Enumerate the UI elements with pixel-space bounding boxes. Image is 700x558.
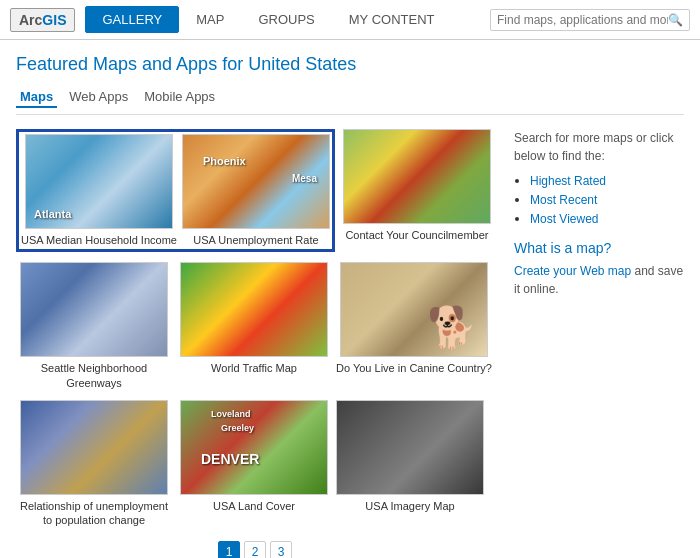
map-card-phoenix[interactable]: Phoenix Mesa USA Unemployment Rate [182, 134, 330, 247]
map-card-imagery[interactable]: USA Imagery Map [336, 400, 484, 528]
page-title: Featured Maps and Apps for United States [16, 54, 684, 75]
map-label-overlay: Atlanta [34, 208, 71, 220]
map-card-label: USA Imagery Map [365, 499, 454, 513]
sub-tabs: Maps Web Apps Mobile Apps [16, 87, 684, 115]
map-card-seattle[interactable]: Seattle Neighborhood Greenways [16, 262, 172, 390]
map-card-unemploy[interactable]: Relationship of unemployment to populati… [16, 400, 172, 528]
most-recent-link[interactable]: Most Recent [530, 193, 597, 207]
page-btn-2[interactable]: 2 [244, 541, 266, 558]
nav-tab-groups[interactable]: GROUPS [241, 6, 331, 33]
map-card-label: World Traffic Map [211, 361, 297, 375]
nav-tab-map[interactable]: MAP [179, 6, 241, 33]
sidebar-create-text: Create your Web map and save it online. [514, 262, 684, 298]
map-label-overlay-phoenix: Phoenix [203, 155, 246, 167]
logo: ArcGIS [10, 8, 75, 32]
sub-tab-maps[interactable]: Maps [16, 87, 57, 108]
map-card-landcover[interactable]: Loveland Greeley DENVER USA Land Cover [180, 400, 328, 528]
search-box: 🔍 [490, 9, 690, 31]
nav-tab-gallery[interactable]: GALLERY [85, 6, 179, 33]
dog-icon: 🐕 [427, 304, 477, 351]
highest-rated-link[interactable]: Highest Rated [530, 174, 606, 188]
nav-tab-mycontent[interactable]: MY CONTENT [332, 6, 452, 33]
most-viewed-link[interactable]: Most Viewed [530, 212, 598, 226]
map-label-loveland: Loveland [211, 409, 251, 419]
sidebar-links: Highest Rated Most Recent Most Viewed [514, 173, 684, 226]
page-btn-3[interactable]: 3 [270, 541, 292, 558]
sub-tab-webapps[interactable]: Web Apps [65, 87, 132, 108]
pagination: 1 2 3 [16, 541, 494, 558]
selected-group: Atlanta USA Median Household Income Phoe… [16, 129, 335, 252]
map-label-denver: DENVER [201, 451, 259, 467]
sub-tab-mobileapps[interactable]: Mobile Apps [140, 87, 219, 108]
nav-bar: ArcGIS GALLERY MAP GROUPS MY CONTENT 🔍 [0, 0, 700, 40]
map-label-overlay-mesa: Mesa [292, 173, 317, 184]
main-content: Featured Maps and Apps for United States… [0, 40, 700, 558]
sidebar-what-title: What is a map? [514, 240, 684, 256]
create-webmap-link[interactable]: Create your Web map [514, 264, 631, 278]
sidebar-search-text: Search for more maps or click below to f… [514, 129, 684, 165]
map-card-label: USA Unemployment Rate [193, 233, 318, 247]
gallery-section: Atlanta USA Median Household Income Phoe… [16, 129, 494, 558]
map-card-traffic[interactable]: World Traffic Map [180, 262, 328, 390]
nav-tabs: GALLERY MAP GROUPS MY CONTENT [85, 6, 490, 33]
map-card-label: Relationship of unemployment to populati… [16, 499, 172, 528]
search-icon: 🔍 [668, 13, 683, 27]
map-card-canine[interactable]: 🐕 Do You Live in Canine Country? [336, 262, 492, 390]
map-card-atlanta[interactable]: Atlanta USA Median Household Income [21, 134, 177, 247]
map-card-label: Contact Your Councilmember [345, 228, 488, 242]
map-card-label: Do You Live in Canine Country? [336, 361, 492, 375]
map-card-label: USA Land Cover [213, 499, 295, 513]
page-btn-1[interactable]: 1 [218, 541, 240, 558]
content-area: Atlanta USA Median Household Income Phoe… [16, 129, 684, 558]
sidebar: Search for more maps or click below to f… [504, 129, 684, 558]
map-label-greeley: Greeley [221, 423, 254, 433]
search-input[interactable] [497, 13, 668, 27]
map-card-label: Seattle Neighborhood Greenways [16, 361, 172, 390]
map-card-label: USA Median Household Income [21, 233, 177, 247]
map-card-council[interactable]: Contact Your Councilmember [343, 129, 491, 242]
